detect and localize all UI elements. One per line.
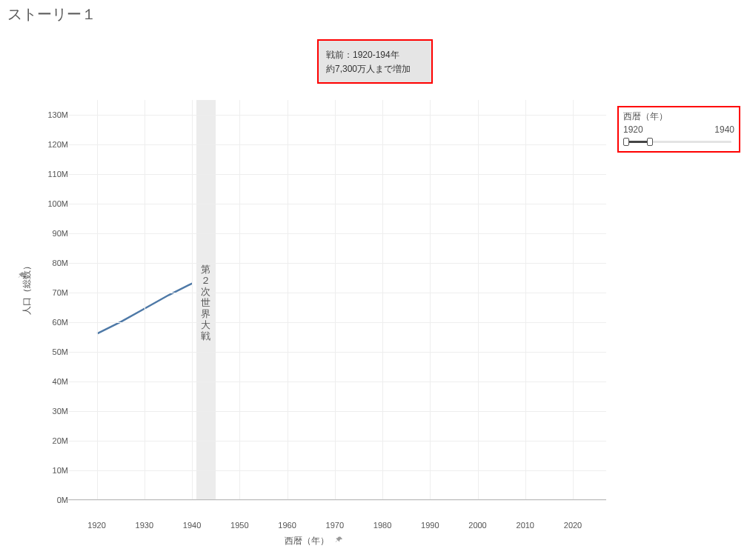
page-title: ストーリー１: [7, 4, 96, 24]
y-tick-label: 40M: [43, 377, 68, 386]
gridline: [288, 100, 288, 499]
x-axis-title-wrap: 西暦（年）: [21, 535, 606, 547]
chart: 人口（総数） 第２次世界大戦 西暦（年） 0M10M20M30M40M50M60…: [21, 100, 606, 552]
x-tick-label: 1960: [273, 521, 302, 530]
y-tick-label: 120M: [43, 140, 68, 149]
filter-from-value: 1920: [623, 124, 643, 135]
gridline: [192, 100, 193, 499]
x-tick-label: 1930: [130, 521, 159, 530]
y-tick-label: 50M: [43, 347, 68, 356]
gridline: [430, 100, 431, 499]
story-caption-box: 戦前：1920-194年 約7,300万人まで増加: [317, 39, 433, 84]
x-axis-title: 西暦（年）: [285, 536, 329, 546]
x-tick-label: 2020: [558, 521, 588, 530]
caption-line2: 約7,300万人まで増加: [326, 62, 424, 76]
filter-title: 西暦（年）: [623, 110, 734, 123]
y-tick-label: 100M: [43, 199, 68, 208]
gridline: [335, 100, 336, 499]
gridline: [573, 100, 574, 499]
y-tick-label: 10M: [43, 466, 68, 475]
x-tick-label: 2000: [463, 521, 493, 530]
gridline: [68, 500, 606, 501]
x-tick-label: 1990: [415, 521, 445, 530]
x-tick-label: 1950: [225, 521, 254, 530]
pin-icon[interactable]: [335, 536, 342, 546]
gridline: [97, 100, 98, 499]
x-tick-label: 1970: [320, 521, 350, 530]
y-tick-label: 20M: [43, 436, 68, 445]
range-slider[interactable]: [623, 138, 734, 147]
x-tick-label: 1980: [368, 521, 397, 530]
y-tick-label: 110M: [43, 170, 68, 179]
caption-line1: 戦前：1920-194年: [326, 48, 424, 62]
filter-to-value: 1940: [714, 124, 734, 135]
y-tick-label: 90M: [43, 229, 68, 238]
y-tick-label: 130M: [43, 110, 68, 119]
y-tick-label: 80M: [43, 259, 68, 267]
y-tick-label: 70M: [43, 288, 68, 297]
gridline: [145, 100, 145, 499]
gridline: [525, 100, 526, 499]
plot-area: 第２次世界大戦: [68, 100, 606, 500]
pin-icon[interactable]: [18, 269, 25, 282]
x-tick-label: 2010: [511, 521, 540, 530]
y-tick-label: 30M: [43, 407, 68, 416]
gridline: [478, 100, 479, 499]
slider-handle-min[interactable]: [623, 138, 629, 146]
y-tick-label: 0M: [43, 496, 68, 504]
gridline: [382, 100, 383, 499]
x-tick-label: 1920: [82, 521, 112, 530]
reference-band-label: 第２次世界大戦: [201, 264, 210, 342]
x-tick-label: 1940: [177, 521, 207, 530]
gridline: [239, 100, 240, 499]
year-range-filter[interactable]: 西暦（年） 1920 1940: [617, 106, 740, 153]
slider-handle-max[interactable]: [647, 138, 653, 146]
y-tick-label: 60M: [43, 318, 68, 327]
